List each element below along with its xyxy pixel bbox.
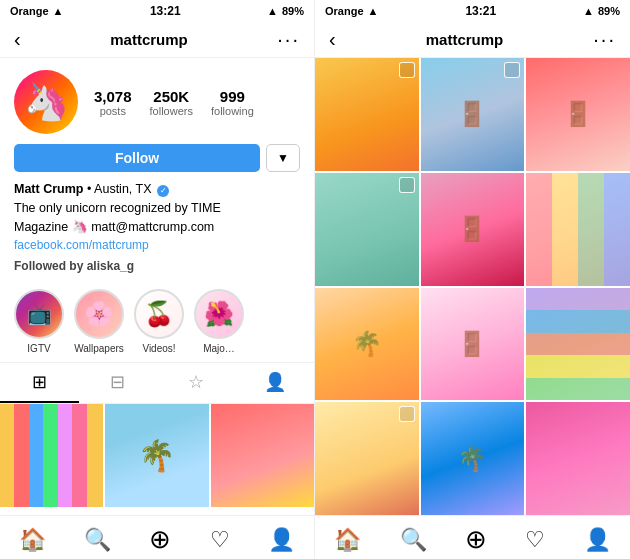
star-icon: ☆ (188, 371, 204, 393)
left-grid: 🌴 (0, 404, 314, 515)
back-icon-right[interactable]: ‹ (329, 28, 336, 51)
select-checkbox-4 (399, 177, 415, 193)
bottom-nav-left: 🏠 🔍 ⊕ ♡ 👤 (0, 515, 314, 559)
carrier-left: Orange (10, 5, 49, 17)
status-bar-left-info: Orange ▲ (10, 5, 63, 17)
right-grid-cell-11[interactable]: 🌴 (421, 402, 525, 515)
right-grid-cell-10[interactable] (315, 402, 419, 515)
right-grid-cell-2[interactable]: 🚪 (421, 58, 525, 171)
following-count: 999 (220, 88, 245, 105)
heart-icon-right[interactable]: ♡ (525, 527, 545, 553)
select-checkbox-2 (504, 62, 520, 78)
search-icon-right[interactable]: 🔍 (400, 527, 427, 553)
story-circle-igtv: 📺 (14, 289, 64, 339)
carrier-right: Orange (325, 5, 364, 17)
right-grid-cell-5[interactable]: 🚪 (421, 173, 525, 286)
bio-line2: Magazine 🦄 matt@mattcrump.com (14, 220, 214, 234)
status-bar-right-info: ▲ 89% (267, 5, 304, 17)
bio-name: Matt Crump (14, 182, 83, 196)
major-icon: 🌺 (204, 300, 234, 328)
verified-badge: ✓ (157, 185, 169, 197)
tab-tagged[interactable]: 👤 (236, 363, 315, 403)
tab-list[interactable]: ⊟ (79, 363, 158, 403)
more-options-left[interactable]: ··· (277, 28, 300, 51)
signal-icon-right: ▲ (583, 5, 594, 17)
right-grid-cell-1[interactable] (315, 58, 419, 171)
action-row: Follow ▼ (14, 144, 300, 172)
tabs-row: ⊞ ⊟ ☆ 👤 (0, 362, 314, 404)
followed-by: Followed by aliska_g (14, 259, 300, 273)
followed-by-user[interactable]: aliska_g (87, 259, 134, 273)
more-options-right[interactable]: ··· (593, 28, 616, 51)
select-checkbox-10 (399, 406, 415, 422)
grid-cell-1[interactable] (0, 404, 103, 507)
avatar[interactable]: 🦄 (14, 70, 78, 134)
add-icon-right[interactable]: ⊕ (465, 524, 487, 555)
story-igtv[interactable]: 📺 IGTV (14, 289, 64, 354)
story-videos[interactable]: 🍒 Videos! (134, 289, 184, 354)
dropdown-button[interactable]: ▼ (266, 144, 300, 172)
status-bar-left: Orange ▲ 13:21 ▲ 89% (0, 0, 314, 22)
posts-count: 3,078 (94, 88, 132, 105)
right-grid-cell-3[interactable]: 🚪 (526, 58, 630, 171)
right-panel: Orange ▲ 13:21 ▲ 89% ‹ mattcrump ··· 🚪 🚪 (315, 0, 630, 559)
tab-grid[interactable]: ⊞ (0, 363, 79, 403)
battery-right: 89% (598, 5, 620, 17)
right-grid-cell-8[interactable]: 🚪 (421, 288, 525, 401)
posts-label: posts (100, 105, 126, 117)
back-icon-left[interactable]: ‹ (14, 28, 21, 51)
right-grid-cell-6[interactable] (526, 173, 630, 286)
grid-cell-3[interactable] (211, 404, 314, 507)
nav-bar-right: ‹ mattcrump ··· (315, 22, 630, 58)
status-right-right: ▲ 89% (583, 5, 620, 17)
battery-left: 89% (282, 5, 304, 17)
story-label-videos: Videos! (142, 343, 175, 354)
add-icon-left[interactable]: ⊕ (149, 524, 171, 555)
wifi-icon-right: ▲ (368, 5, 379, 17)
profile-section: 🦄 3,078 posts 250K followers 999 followi… (0, 58, 314, 281)
time-right: 13:21 (465, 4, 496, 18)
bio-location: Austin, TX (94, 182, 151, 196)
story-circle-videos: 🍒 (134, 289, 184, 339)
profile-stats: 3,078 posts 250K followers 999 following (94, 88, 300, 117)
stories-row: 📺 IGTV 🌸 Wallpapers 🍒 Videos! 🌺 Majo… (0, 281, 314, 362)
wifi-icon: ▲ (53, 5, 64, 17)
home-icon-right[interactable]: 🏠 (334, 527, 361, 553)
follow-button[interactable]: Follow (14, 144, 260, 172)
story-circle-major: 🌺 (194, 289, 244, 339)
bio-link[interactable]: facebook.com/mattcrump (14, 238, 149, 252)
right-grid-cell-12[interactable] (526, 402, 630, 515)
bio-line1: The only unicorn recognized by TIME (14, 201, 221, 215)
story-circle-wallpapers: 🌸 (74, 289, 124, 339)
wallpapers-icon: 🌸 (84, 300, 114, 328)
right-grid-cell-9[interactable] (526, 288, 630, 401)
story-label-igtv: IGTV (27, 343, 50, 354)
igtv-icon: 📺 (27, 302, 52, 326)
nav-bar-left: ‹ mattcrump ··· (0, 22, 314, 58)
username-right: mattcrump (426, 31, 504, 48)
avatar-emoji: 🦄 (24, 81, 69, 123)
list-icon: ⊟ (110, 371, 125, 393)
grid-cell-2[interactable]: 🌴 (105, 404, 208, 507)
profile-icon-left[interactable]: 👤 (268, 527, 295, 553)
following-label: following (211, 105, 254, 117)
story-wallpapers[interactable]: 🌸 Wallpapers (74, 289, 124, 354)
story-label-major: Majo… (203, 343, 235, 354)
stat-followers: 250K followers (150, 88, 193, 117)
profile-icon-right[interactable]: 👤 (584, 527, 611, 553)
tab-star[interactable]: ☆ (157, 363, 236, 403)
story-major[interactable]: 🌺 Majo… (194, 289, 244, 354)
right-grid-cell-7[interactable]: 🌴 (315, 288, 419, 401)
search-icon-left[interactable]: 🔍 (84, 527, 111, 553)
time-left: 13:21 (150, 4, 181, 18)
left-panel: Orange ▲ 13:21 ▲ 89% ‹ mattcrump ··· 🦄 3… (0, 0, 315, 559)
grid-icon: ⊞ (32, 371, 47, 393)
followers-label: followers (150, 105, 193, 117)
heart-icon-left[interactable]: ♡ (210, 527, 230, 553)
home-icon-left[interactable]: 🏠 (19, 527, 46, 553)
username-left: mattcrump (110, 31, 188, 48)
profile-top: 🦄 3,078 posts 250K followers 999 followi… (14, 70, 300, 134)
right-grid-cell-4[interactable] (315, 173, 419, 286)
bottom-nav-right: 🏠 🔍 ⊕ ♡ 👤 (315, 515, 630, 559)
stat-posts: 3,078 posts (94, 88, 132, 117)
